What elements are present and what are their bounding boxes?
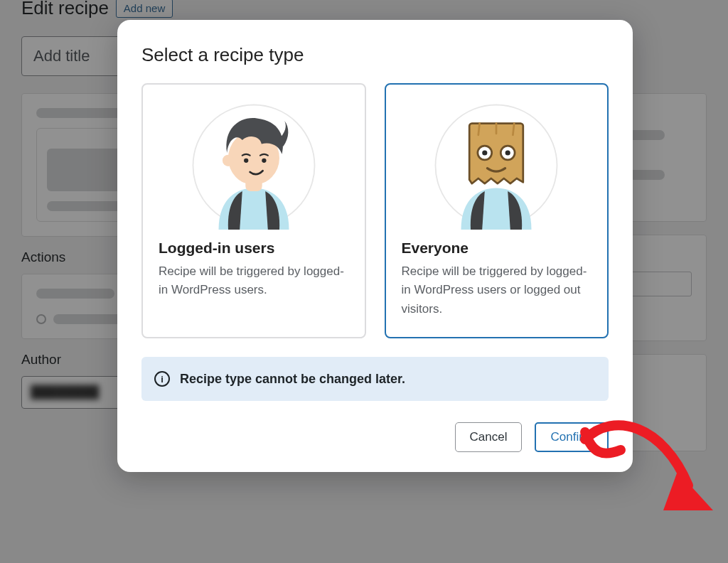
logged-in-user-icon xyxy=(190,102,318,230)
option-desc: Recipe will be triggered by logged-in Wo… xyxy=(159,262,349,300)
confirm-button[interactable]: Confirm xyxy=(535,422,609,452)
option-title: Logged-in users xyxy=(159,240,349,257)
cancel-button[interactable]: Cancel xyxy=(455,422,523,452)
option-desc: Recipe will be triggered by logged-in Wo… xyxy=(402,262,592,318)
modal-title: Select a recipe type xyxy=(141,44,609,66)
recipe-type-option-logged-in[interactable]: Logged-in users Recipe will be triggered… xyxy=(141,83,366,338)
svg-point-9 xyxy=(482,150,487,155)
recipe-type-modal: Select a recipe type xyxy=(117,20,633,472)
svg-point-10 xyxy=(505,150,510,155)
recipe-type-warning: i Recipe type cannot be changed later. xyxy=(141,357,609,401)
svg-point-3 xyxy=(223,155,234,166)
svg-point-5 xyxy=(262,159,266,163)
option-title: Everyone xyxy=(402,240,592,257)
svg-point-4 xyxy=(244,159,248,163)
anonymous-user-icon xyxy=(432,102,560,230)
info-icon: i xyxy=(154,371,170,387)
recipe-type-option-everyone[interactable]: Everyone Recipe will be triggered by log… xyxy=(385,83,609,338)
